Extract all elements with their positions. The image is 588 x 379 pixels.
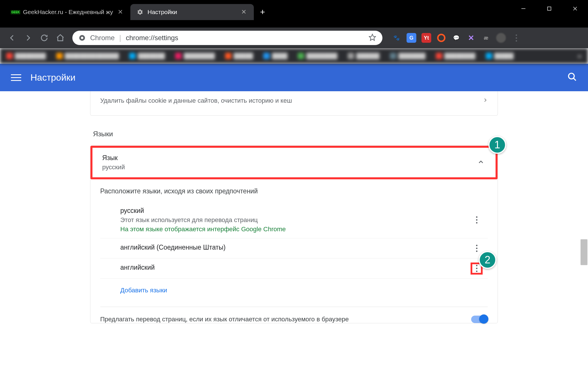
browser-toolbar: Chrome | chrome://settings 🐾 G Yt 💬 ✕ æ	[0, 28, 588, 48]
tab-title: GeekHacker.ru - Ежедневный жу	[23, 9, 113, 15]
translate-suggestion-label: Предлагать перевод страниц, если их язык…	[100, 316, 349, 323]
nav-home-button[interactable]	[53, 31, 67, 45]
bookmark-item[interactable]: ████	[263, 53, 287, 59]
favicon-geek-icon: GEEK	[12, 9, 19, 15]
window-minimize-button[interactable]	[510, 0, 536, 17]
extensions-row: 🐾 G Yt 💬 ✕ æ	[392, 33, 506, 43]
new-tab-button[interactable]: +	[254, 4, 272, 20]
bookmark-item[interactable]: █████	[486, 53, 514, 59]
favicon-gear-icon	[137, 9, 144, 15]
language-header-row[interactable]: Язык русский	[90, 146, 498, 179]
language-item-russian: русский Этот язык используется для перев…	[100, 201, 488, 238]
language-item-en: английский 2	[100, 258, 488, 278]
tab-settings[interactable]: Настройки ✕	[130, 4, 254, 20]
clear-data-subtitle: Удалить файлы cookie и данные сайтов, оч…	[100, 97, 292, 104]
page-title: Настройки	[30, 72, 76, 83]
tab-geekhacker[interactable]: GEEK GeekHacker.ru - Ежедневный жу ✕	[6, 4, 130, 20]
language-name: английский (Соединенные Штаты)	[120, 244, 485, 251]
bookmark-item[interactable]: ███████	[390, 53, 425, 59]
bookmark-item[interactable]: ████████	[175, 53, 215, 59]
nav-forward-button[interactable]	[21, 31, 35, 45]
language-instruction: Расположите языки, исходя из своих предп…	[100, 187, 488, 195]
bookmark-item[interactable]: █████	[225, 53, 253, 59]
add-language-button[interactable]: Добавить языки	[100, 278, 488, 298]
site-info-icon[interactable]	[79, 34, 86, 41]
svg-point-8	[568, 73, 574, 79]
ext-yt-icon[interactable]: Yt	[421, 33, 431, 43]
browser-menu-button[interactable]	[511, 34, 522, 42]
svg-rect-1	[548, 7, 551, 10]
language-item-en-us: английский (Соединенные Штаты)	[100, 238, 488, 258]
language-header-title: Язык	[102, 154, 486, 162]
language-card: 1 Язык русский Расположите языки, исходя…	[90, 145, 498, 323]
bookmarks-overflow-icon[interactable]: »	[577, 51, 582, 61]
language-item-menu-button[interactable]	[471, 214, 483, 226]
nav-back-button[interactable]	[5, 31, 19, 45]
ext-paw-icon[interactable]: 🐾	[392, 33, 401, 43]
annotation-badge-1: 1	[488, 136, 506, 154]
profile-avatar[interactable]	[496, 33, 506, 43]
bookmark-item[interactable]: ██████████████	[56, 53, 119, 59]
scrollbar-thumb[interactable]	[581, 239, 587, 265]
menu-hamburger-icon[interactable]	[11, 72, 21, 83]
section-languages-label: Языки	[93, 130, 498, 138]
ext-circle-icon[interactable]	[436, 33, 446, 43]
bookmarks-bar: ████████ ██████████████ ███████ ████████…	[0, 48, 588, 64]
language-list: Расположите языки, исходя из своих предп…	[90, 179, 498, 307]
bookmark-item[interactable]: ██████	[348, 53, 380, 59]
settings-search-button[interactable]	[567, 72, 577, 83]
svg-point-7	[438, 34, 445, 41]
window-close-button[interactable]	[562, 0, 588, 17]
address-bar[interactable]: Chrome | chrome://settings	[72, 31, 382, 45]
annotation-badge-2: 2	[479, 251, 496, 269]
svg-marker-6	[369, 34, 376, 40]
language-ui-note: На этом языке отображается интерфейс Goo…	[120, 226, 485, 233]
chevron-up-icon	[478, 159, 484, 166]
language-header-subtitle: русский	[102, 164, 486, 171]
tab-close-icon[interactable]: ✕	[118, 8, 123, 16]
ext-x-icon[interactable]: ✕	[466, 33, 476, 43]
window-titlebar: GEEK GeekHacker.ru - Ежедневный жу ✕ Нас…	[0, 0, 588, 28]
language-subtitle: Этот язык используется для перевода стра…	[120, 216, 485, 224]
language-name: русский	[120, 207, 485, 215]
chevron-right-icon	[483, 98, 488, 104]
nav-reload-button[interactable]	[37, 31, 51, 45]
settings-header: Настройки	[0, 64, 588, 91]
window-maximize-button[interactable]	[536, 0, 562, 17]
tab-title: Настройки	[148, 9, 237, 15]
bookmark-item[interactable]: ████████	[436, 53, 475, 59]
bookmark-star-icon[interactable]	[369, 34, 376, 42]
window-controls	[510, 0, 588, 17]
omnibox-scheme: Chrome	[90, 34, 115, 42]
svg-line-9	[573, 78, 576, 81]
omnibox-url: chrome://settings	[126, 34, 369, 42]
tab-strip: GEEK GeekHacker.ru - Ежедневный жу ✕ Нас…	[0, 0, 271, 21]
ext-translate-icon[interactable]: G	[407, 33, 416, 43]
bookmark-item[interactable]: ████████	[6, 53, 46, 59]
ext-chat-icon[interactable]: 💬	[451, 33, 461, 43]
ext-ae-icon[interactable]: æ	[481, 33, 491, 43]
translate-toggle[interactable]	[471, 316, 488, 323]
svg-point-5	[81, 37, 83, 39]
bookmark-item[interactable]: ████████	[298, 53, 337, 59]
language-name: английский	[120, 264, 485, 271]
translate-suggestion-row: Предлагать перевод страниц, если их язык…	[90, 307, 498, 323]
clear-data-card[interactable]: Удалить файлы cookie и данные сайтов, оч…	[90, 91, 498, 116]
settings-content-area: Удалить файлы cookie и данные сайтов, оч…	[0, 91, 588, 379]
tab-close-icon[interactable]: ✕	[241, 8, 246, 16]
bookmark-item[interactable]: ███████	[129, 53, 165, 59]
